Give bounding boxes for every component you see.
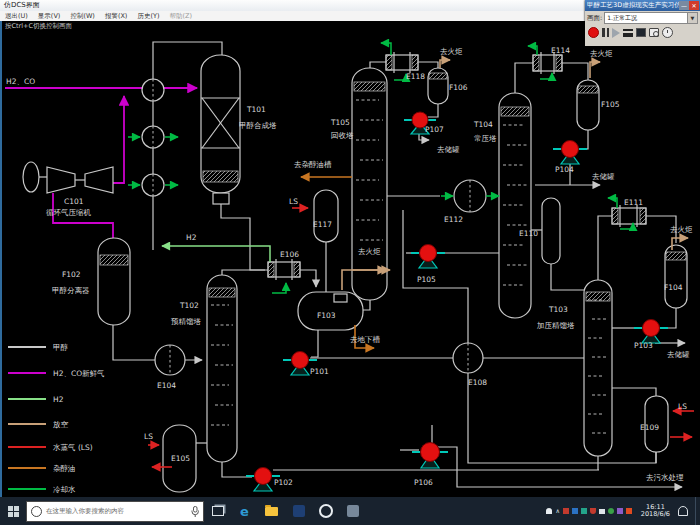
legend-label: H2、CO新鲜气 (53, 369, 105, 378)
tray-expand-chevron[interactable]: ∧ (555, 508, 559, 514)
app-icon (319, 504, 333, 518)
shield-icon[interactable] (590, 508, 596, 514)
task-view-icon (212, 506, 224, 516)
separator-F102 (98, 238, 130, 325)
equipment-tag: P107 (425, 125, 444, 134)
column-T102 (207, 275, 237, 462)
clock-icon[interactable] (662, 27, 673, 38)
search-input[interactable]: 在这里输入你要搜索的内容 (26, 501, 204, 522)
menu-help[interactable]: 帮助(Z) (169, 12, 192, 21)
tray-icon-red[interactable] (563, 508, 569, 514)
taskbar-app-explorer[interactable] (258, 497, 285, 525)
camera-icon[interactable] (649, 28, 659, 37)
clock-date: 2018/6/6 (641, 511, 670, 519)
app-icon (293, 505, 305, 517)
equipment-tag: P104 (555, 165, 574, 174)
stream-label: 去火炬 (590, 49, 613, 58)
equipment-name: 回收塔 (331, 131, 354, 140)
equipment-tag: P101 (310, 367, 329, 376)
equipment-tag: E105 (171, 454, 190, 463)
chevron-down-icon[interactable]: ▼ (687, 13, 697, 23)
stream-label: 去储罐 (592, 172, 615, 181)
column-T104 (499, 93, 531, 318)
stream-label: 去火炬 (670, 225, 693, 234)
start-button[interactable] (0, 497, 26, 525)
pump-P103 (634, 320, 668, 344)
record-button[interactable] (588, 27, 599, 38)
reactor-T101 (201, 55, 240, 204)
tray-icon-green[interactable] (608, 508, 614, 514)
vessel-E117 (314, 190, 338, 242)
sim-panel-title: 甲醇工艺3D虚拟现实生产实习仿真软件 (587, 0, 679, 11)
equipment-tag: E112 (444, 215, 463, 224)
equipment-name: 甲醇合成塔 (239, 121, 277, 130)
equipment-name: 加压精馏塔 (536, 321, 575, 330)
column-T105 (352, 68, 387, 300)
tray-icon-blue[interactable] (572, 508, 578, 514)
legend-label: 甲醇 (53, 343, 69, 352)
compressor-C101 (23, 162, 113, 193)
equipment-tag: P106 (414, 478, 433, 487)
vessel-E110 (542, 198, 560, 264)
scene-select[interactable]: 1.正常工况 ▼ (604, 12, 698, 24)
close-button[interactable]: ✕ (689, 1, 699, 10)
notification-bell-icon[interactable] (678, 506, 688, 516)
dcs-canvas: 按Ctrl+C切换控制画面 (0, 21, 700, 497)
list-icon[interactable] (623, 29, 633, 37)
stream-label: H2、CO (6, 77, 35, 86)
taskbar-app-edge[interactable]: e (231, 497, 258, 525)
equipment-tag: T105 (330, 118, 350, 127)
equipment-tag: F103 (317, 311, 336, 320)
user-icon[interactable] (546, 508, 552, 514)
tray-icon-teal[interactable] (581, 508, 587, 514)
equipment-tag: F105 (601, 100, 620, 109)
sim-panel-titlebar[interactable]: 甲醇工艺3D虚拟现实生产实习仿真软件 — ✕ (585, 0, 700, 11)
equipment-tag: E106 (280, 250, 299, 259)
taskbar-app-circle[interactable] (312, 497, 339, 525)
legend-label: H2 (53, 395, 64, 404)
stream-label: 去杂醇油槽 (294, 160, 332, 169)
tray-icon-orange[interactable] (626, 508, 632, 514)
menu-control[interactable]: 控制(W) (70, 12, 95, 21)
edge-icon: e (240, 505, 249, 518)
vessel-F104 (665, 245, 687, 308)
system-tray: ∧ 16:11 2018/6/6 (546, 497, 700, 525)
shell-exchanger-E118 (386, 52, 418, 73)
taskbar-app-dark[interactable] (285, 497, 312, 525)
search-placeholder: 在这里输入你要搜索的内容 (46, 507, 187, 516)
taskbar-app-gray[interactable] (339, 497, 366, 525)
scene-label: 画面: (587, 14, 602, 23)
pause-button[interactable] (602, 28, 609, 37)
equipment-name: 甲醇分离器 (52, 286, 90, 295)
equipment-tag: E117 (313, 220, 332, 229)
taskbar-clock[interactable]: 16:11 2018/6/6 (641, 504, 670, 519)
stream-label: 去火炬 (440, 47, 463, 56)
menu-exit[interactable]: 退出(U) (5, 12, 28, 21)
equipment-tag: F104 (664, 283, 683, 292)
task-view-button[interactable] (204, 497, 231, 525)
menu-history[interactable]: 历史(Y) (137, 12, 159, 21)
equipment-tag: P102 (274, 478, 293, 487)
vessel-F106 (428, 68, 448, 104)
stream-label: H2 (186, 233, 197, 242)
equipment-tag: T102 (179, 301, 199, 310)
scene-selected-value: 1.正常工况 (605, 14, 687, 23)
show-desktop-button[interactable] (695, 497, 700, 525)
menu-display[interactable]: 显示(V) (38, 12, 61, 21)
screen-icon[interactable] (636, 28, 646, 37)
equipment-name: 循环气压缩机 (46, 208, 92, 217)
microphone-icon (191, 506, 199, 517)
stream-label: 去储罐 (667, 350, 690, 359)
stream-label: LS (678, 402, 687, 411)
tray-icon-purple[interactable] (617, 508, 623, 514)
pump-P105 (411, 245, 445, 269)
cortana-icon (31, 506, 42, 517)
windows-logo-icon (8, 506, 19, 517)
minimize-button[interactable]: — (679, 1, 689, 10)
shell-exchanger-E114 (533, 52, 562, 74)
monitor-icon[interactable] (599, 509, 605, 514)
play-button[interactable] (612, 28, 620, 38)
equipment-tag: E109 (640, 423, 659, 432)
menu-alarm[interactable]: 报警(X) (105, 12, 128, 21)
app-icon (347, 505, 359, 517)
